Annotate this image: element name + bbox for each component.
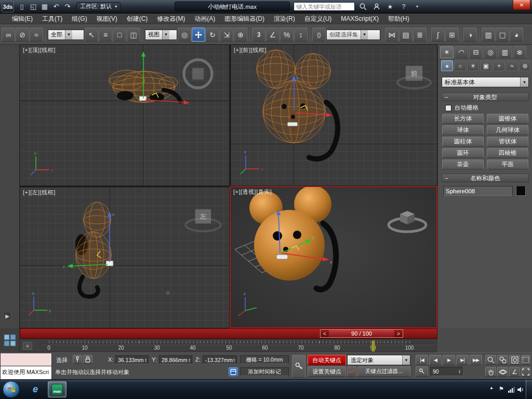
go-to-start-button[interactable]: |◀	[416, 355, 428, 365]
primitive-button[interactable]: 圆环	[442, 148, 484, 158]
zoom-all-icon[interactable]	[497, 355, 508, 365]
zoom-icon[interactable]	[485, 355, 496, 365]
selection-filter-dropdown[interactable]: 全部 ▼	[48, 30, 84, 40]
maxscript-listener[interactable]: 欢迎使用 MAXScri	[0, 366, 52, 380]
autogrid-checkbox[interactable]	[445, 105, 451, 111]
play-button[interactable]: ▶	[443, 355, 455, 365]
help-icon[interactable]: ?	[398, 2, 409, 11]
close-button[interactable]: ×	[513, 0, 530, 10]
menu-create[interactable]: 创建(C)	[122, 14, 153, 24]
favorites-star-icon[interactable]: ★	[384, 2, 396, 11]
menu-edit[interactable]: 编辑(E)	[7, 14, 37, 24]
object-color-swatch[interactable]	[516, 186, 526, 196]
rect-selection-region-icon[interactable]: □	[113, 28, 126, 42]
select-and-scale-icon[interactable]: ⇲	[220, 28, 233, 42]
sub-geometry-icon[interactable]: ●	[441, 60, 453, 71]
spinner-snap-icon[interactable]: ↕	[294, 28, 308, 42]
render-setup-icon[interactable]: ▥	[482, 28, 495, 42]
set-keys-key-icon[interactable]	[292, 355, 305, 378]
pan-icon[interactable]	[485, 367, 496, 377]
rollout-name-color[interactable]: − 名称和颜色	[442, 174, 529, 182]
select-link-icon[interactable]: ∞	[2, 28, 15, 42]
add-time-tag[interactable]: 添加时间标记	[240, 367, 289, 376]
isolate-pin-icon[interactable]	[73, 355, 82, 364]
menu-animation[interactable]: 动画(A)	[190, 14, 220, 24]
schematic-view-icon[interactable]: ⊞	[445, 28, 459, 42]
y-coord-field[interactable]: 28.866mm ▲▼	[159, 355, 192, 364]
redo-button[interactable]: ↷	[62, 2, 73, 12]
spinner-icon[interactable]: ▲▼	[458, 369, 461, 374]
current-frame-marker[interactable]	[371, 340, 375, 352]
start-button[interactable]	[3, 381, 20, 398]
maximize-viewport-icon[interactable]	[521, 367, 530, 377]
max-logo-icon[interactable]: 3ds	[2, 1, 14, 12]
viewport-front[interactable]: [+][前][线框] 前	[231, 45, 437, 186]
edit-named-sets-icon[interactable]: {}	[312, 28, 326, 42]
save-file-button[interactable]: ▦	[39, 2, 50, 12]
window-crossing-icon[interactable]: ◫	[127, 28, 140, 42]
sub-systems-icon[interactable]: ⊛	[519, 60, 531, 71]
expand-arrow-icon[interactable]: ▶	[3, 312, 11, 320]
zoom-region-icon[interactable]	[521, 355, 530, 365]
tab-utilities-icon[interactable]: ⊗	[513, 46, 526, 58]
tray-flag-icon[interactable]: ⚑	[499, 385, 504, 392]
key-filters-button[interactable]: 关键点过滤器...	[357, 366, 410, 377]
select-object-icon[interactable]: ↖	[85, 28, 98, 42]
search-icon[interactable]	[357, 2, 369, 11]
undo-button[interactable]: ↶	[50, 2, 62, 12]
primitive-button[interactable]: 几何球体	[487, 125, 528, 135]
snap-toggle-3d-icon[interactable]: 3	[252, 28, 265, 42]
track-bar[interactable]: ≡ 0 10 20 30 40 50 60 70 80 90 100	[20, 339, 437, 352]
viewport-left[interactable]: [+][左][线框] 左	[20, 187, 230, 328]
set-key-button[interactable]: 设置关键点	[308, 366, 346, 377]
tab-hierarchy-icon[interactable]: ⊟	[469, 46, 483, 58]
infocenter-dropdown-icon[interactable]: ▾	[411, 2, 423, 11]
primitive-button[interactable]: 管状体	[487, 137, 528, 147]
viewport-top[interactable]: [+][顶][线框]	[20, 45, 230, 186]
taskbar-3dsmax-button[interactable]: max	[48, 381, 66, 397]
spinner-icon[interactable]: ▲▼	[144, 358, 147, 362]
viewport-left-label[interactable]: [+][左][线框]	[23, 189, 56, 196]
material-editor-icon[interactable]: ◑	[463, 28, 477, 42]
bind-spacewarp-icon[interactable]: ≈	[30, 28, 43, 42]
tab-modify-icon[interactable]: ◠	[455, 46, 468, 58]
object-name-field[interactable]	[443, 186, 513, 196]
percent-snap-icon[interactable]: %	[280, 28, 294, 42]
menu-customize[interactable]: 自定义(U)	[300, 14, 337, 24]
time-slider-track[interactable]: < 90 / 100 >	[20, 328, 437, 339]
tray-volume-icon[interactable]	[517, 387, 524, 394]
tray-network-icon[interactable]	[508, 387, 515, 394]
primitive-button[interactable]: 圆柱体	[442, 137, 484, 147]
next-frame-button[interactable]: ▶|	[456, 355, 469, 365]
primitive-button[interactable]: 圆锥体	[487, 114, 528, 124]
sub-helpers-icon[interactable]: +	[493, 60, 505, 71]
viewport-layout-tabs-icon[interactable]	[3, 334, 17, 347]
reference-coordsys-dropdown[interactable]: 视图 ▼	[145, 30, 177, 40]
spinner-icon[interactable]: ▲▼	[188, 358, 191, 362]
sub-cameras-icon[interactable]: ▣	[480, 60, 492, 71]
z-coord-field[interactable]: -13.327mm ▲▼	[203, 355, 237, 364]
key-filters-curve-icon[interactable]	[347, 366, 356, 377]
primitive-category-dropdown[interactable]: 标准基本体 ▼	[442, 77, 529, 87]
use-pivot-center-icon[interactable]: ◎	[178, 28, 191, 42]
orbit-icon[interactable]	[497, 367, 508, 377]
tab-motion-icon[interactable]: ◎	[484, 46, 497, 58]
new-file-button[interactable]: ▯	[16, 2, 28, 12]
primitive-button[interactable]: 球体	[442, 125, 484, 135]
angle-snap-icon[interactable]: ∠	[266, 28, 280, 42]
field-of-view-icon[interactable]: ∠	[509, 367, 520, 377]
open-file-button[interactable]: ◱	[28, 2, 39, 12]
search-input[interactable]	[294, 2, 355, 11]
select-by-name-icon[interactable]: ≡	[99, 28, 112, 42]
primitive-button[interactable]: 长方体	[442, 114, 484, 124]
tab-create-icon[interactable]: ✶	[440, 46, 454, 58]
select-and-rotate-icon[interactable]: ↻	[206, 28, 219, 42]
primitive-button[interactable]: 茶壶	[442, 159, 484, 169]
curve-editor-icon[interactable]: ∫	[431, 28, 445, 42]
tab-display-icon[interactable]: ▥	[498, 46, 512, 58]
viewport-perspective[interactable]: [+][透视][真实]	[230, 186, 437, 328]
select-and-move-icon[interactable]	[192, 28, 205, 42]
primitive-button[interactable]: 四棱锥	[487, 148, 528, 158]
lock-selection-icon[interactable]	[83, 355, 92, 364]
taskbar-pinned-app-icon[interactable]: e	[26, 381, 45, 397]
